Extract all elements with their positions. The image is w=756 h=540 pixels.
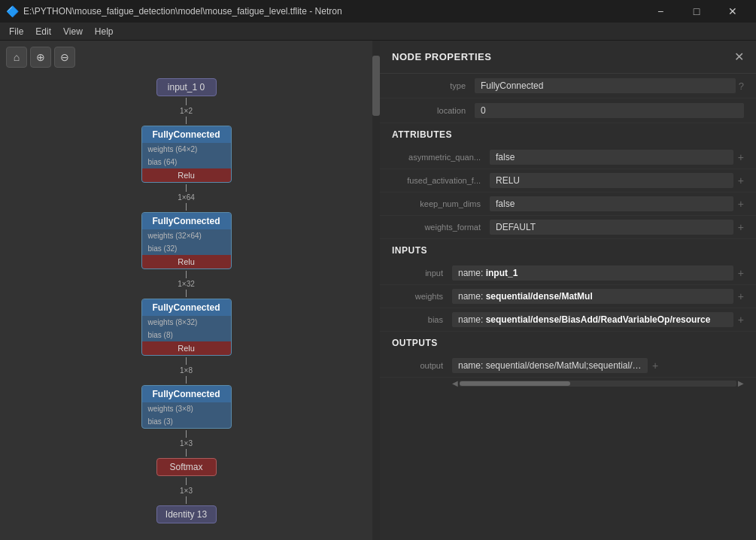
zoom-in-button[interactable]: ⊕ bbox=[30, 47, 51, 68]
vline bbox=[186, 98, 187, 105]
input-value-prefix-1: name: bbox=[458, 291, 486, 302]
fc-node-1-weights: weights (64×2) bbox=[142, 143, 231, 156]
fc-node-2-relu: Relu bbox=[142, 255, 231, 268]
fc-node-3-label: FullyConnected bbox=[142, 299, 231, 316]
connector-6: 1×3 bbox=[180, 478, 193, 504]
fc-node-2-label: FullyConnected bbox=[142, 213, 231, 229]
identity-label: Identity 13 bbox=[165, 509, 207, 520]
input-expand-0[interactable]: + bbox=[738, 267, 744, 279]
attr-row-3: weights_format DEFAULT + bbox=[380, 216, 756, 239]
zoom-out-button[interactable]: ⊖ bbox=[54, 47, 75, 68]
props-close-button[interactable]: ✕ bbox=[734, 50, 744, 64]
fc-node-3-relu: Relu bbox=[142, 341, 231, 355]
minimize-button[interactable]: − bbox=[643, 0, 678, 23]
input-label-1: weights bbox=[392, 292, 452, 301]
attr-expand-0[interactable]: + bbox=[738, 151, 744, 163]
menu-file[interactable]: File bbox=[3, 25, 29, 38]
input-label-0: input bbox=[392, 268, 452, 278]
title-bar-left: 🔷 E:\PYTHON\mouse_fatigue_detection\mode… bbox=[6, 5, 342, 17]
location-row: location 0 bbox=[380, 99, 756, 123]
output-row-0: output name: sequential/dense/MatMul;seq… bbox=[380, 354, 756, 378]
input-value-0: name: input_1 bbox=[452, 265, 733, 281]
attr-value-0: false bbox=[490, 150, 733, 165]
zoom-in-icon: ⊕ bbox=[36, 51, 45, 63]
vline bbox=[186, 271, 187, 278]
input-row-1: weights name: sequential/dense/MatMul + bbox=[380, 285, 756, 308]
toolbar: ⌂ ⊕ ⊖ bbox=[6, 47, 75, 68]
menu-edit[interactable]: Edit bbox=[29, 25, 57, 38]
fc-node-3-bias: bias (8) bbox=[142, 329, 231, 341]
fc-node-2-bias: bias (32) bbox=[142, 242, 231, 255]
connector-label-3: 1×32 bbox=[178, 280, 195, 288]
graph-content: input_1 0 1×2 FullyConnected weights (64… bbox=[0, 41, 372, 540]
location-value: 0 bbox=[475, 103, 744, 118]
input-node[interactable]: input_1 0 bbox=[156, 78, 217, 96]
vline bbox=[186, 290, 187, 297]
outputs-section-header: OUTPUTS bbox=[380, 332, 756, 354]
fc-node-1[interactable]: FullyConnected weights (64×2) bias (64) … bbox=[141, 126, 232, 183]
fc-node-2[interactable]: FullyConnected weights (32×64) bias (32)… bbox=[141, 212, 232, 269]
input-value-2: name: sequential/dense/BiasAdd/ReadVaria… bbox=[452, 312, 733, 327]
output-expand-0[interactable]: + bbox=[652, 359, 658, 372]
fc-node-4-label: FullyConnected bbox=[142, 386, 231, 402]
connector-5: 1×3 bbox=[180, 430, 193, 457]
title-bar-title: E:\PYTHON\mouse_fatigue_detection\model\… bbox=[23, 6, 342, 17]
vline bbox=[186, 449, 187, 457]
menu-view[interactable]: View bbox=[57, 25, 89, 38]
zoom-out-icon: ⊖ bbox=[60, 51, 69, 63]
vline bbox=[186, 184, 187, 192]
maximize-button[interactable]: □ bbox=[679, 0, 714, 23]
fc-node-2-weights: weights (32×64) bbox=[142, 229, 231, 242]
home-icon: ⌂ bbox=[14, 51, 20, 63]
vline bbox=[186, 496, 187, 504]
output-hscrollbar[interactable]: ◀ ▶ bbox=[452, 379, 744, 387]
output-label-0: output bbox=[392, 361, 452, 370]
attr-row-0: asymmetric_quan... false + bbox=[380, 146, 756, 169]
vline bbox=[186, 203, 187, 211]
input-value-prefix-2: name: bbox=[458, 314, 486, 325]
graph-scrollbar[interactable] bbox=[372, 41, 380, 540]
attr-expand-3[interactable]: + bbox=[738, 221, 744, 233]
fc-node-3-weights: weights (8×32) bbox=[142, 316, 231, 329]
attr-expand-1[interactable]: + bbox=[738, 174, 744, 187]
attributes-section-header: ATTRIBUTES bbox=[380, 123, 756, 146]
location-label: location bbox=[392, 106, 475, 115]
attr-expand-2[interactable]: + bbox=[738, 198, 744, 210]
fc-node-1-label: FullyConnected bbox=[142, 126, 231, 143]
attr-row-2: keep_num_dims false + bbox=[380, 193, 756, 216]
fc-node-4-weights: weights (3×8) bbox=[142, 402, 231, 415]
attr-value-3: DEFAULT bbox=[490, 220, 733, 235]
type-help-icon[interactable]: ? bbox=[739, 80, 744, 92]
menu-help[interactable]: Help bbox=[89, 25, 120, 38]
scrollbar-thumb[interactable] bbox=[372, 56, 380, 116]
close-button[interactable]: ✕ bbox=[715, 0, 750, 23]
softmax-label: Softmax bbox=[169, 462, 202, 472]
vline bbox=[186, 430, 187, 438]
graph-panel[interactable]: ⌂ ⊕ ⊖ input_1 0 1×2 FullyConnect bbox=[0, 41, 380, 540]
connector-label-5: 1×3 bbox=[180, 439, 193, 447]
hscroll-left-arrow[interactable]: ◀ bbox=[452, 379, 458, 387]
connector-label-6: 1×3 bbox=[180, 487, 193, 495]
fc-node-3[interactable]: FullyConnected weights (8×32) bias (8) R… bbox=[141, 299, 232, 356]
hscroll-track[interactable] bbox=[460, 381, 736, 387]
title-bar-controls: − □ ✕ bbox=[643, 0, 750, 23]
attr-label-1: fused_activation_f... bbox=[392, 176, 490, 185]
title-bar: 🔷 E:\PYTHON\mouse_fatigue_detection\mode… bbox=[0, 0, 756, 23]
identity-node[interactable]: Identity 13 bbox=[156, 505, 217, 523]
connector-label-1: 1×2 bbox=[180, 107, 193, 115]
input-label-2: bias bbox=[392, 315, 452, 324]
input-value-bold-2: sequential/dense/BiasAdd/ReadVariableOp/… bbox=[486, 314, 711, 325]
softmax-node[interactable]: Softmax bbox=[156, 458, 217, 476]
app-icon: 🔷 bbox=[6, 5, 19, 17]
connector-2: 1×64 bbox=[178, 184, 195, 211]
input-value-bold-0: input_1 bbox=[486, 268, 518, 278]
hscroll-right-arrow[interactable]: ▶ bbox=[738, 379, 744, 387]
hscroll-thumb[interactable] bbox=[460, 381, 570, 386]
attr-label-3: weights_format bbox=[392, 223, 490, 232]
input-expand-1[interactable]: + bbox=[738, 290, 744, 302]
attr-value-2: false bbox=[490, 196, 733, 211]
vline bbox=[186, 357, 187, 365]
fc-node-4[interactable]: FullyConnected weights (3×8) bias (3) bbox=[141, 385, 232, 429]
home-button[interactable]: ⌂ bbox=[6, 47, 27, 68]
input-expand-2[interactable]: + bbox=[738, 314, 744, 326]
